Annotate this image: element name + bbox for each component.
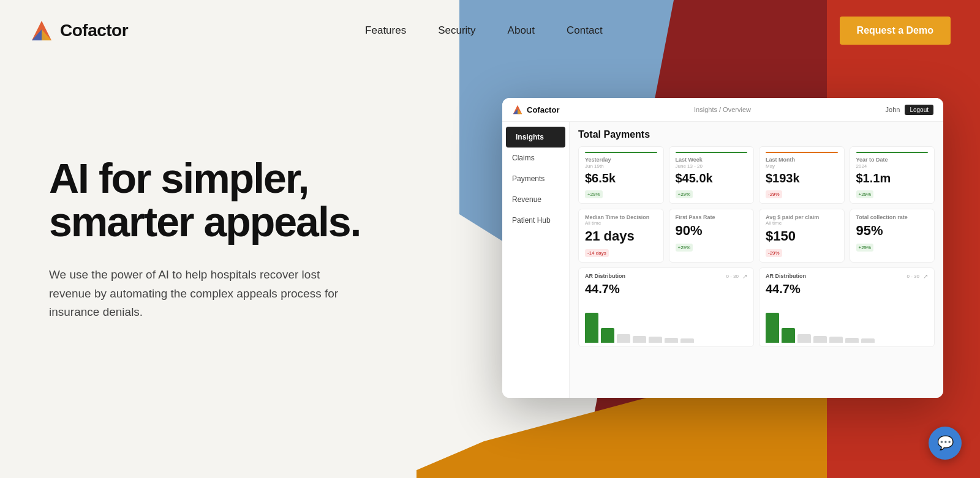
metric-collection-rate: Total collection rate 95% +29% xyxy=(850,209,935,263)
nav-security[interactable]: Security xyxy=(438,24,475,37)
nav-about[interactable]: About xyxy=(508,24,535,37)
sidebar-item-claims[interactable]: Claims xyxy=(502,148,569,168)
logo[interactable]: Cofactor xyxy=(29,18,128,43)
hero-subtext: We use the power of AI to help hospitals… xyxy=(49,266,355,321)
stat-line-green3 xyxy=(856,152,929,153)
bar-9 xyxy=(782,328,795,343)
stat-ytd: Year to Date 2024 $1.1m +29% xyxy=(850,146,935,204)
dash-logo-icon xyxy=(512,104,523,115)
bar-2 xyxy=(601,328,614,343)
logo-icon xyxy=(29,18,54,43)
bar-5 xyxy=(649,337,662,343)
bar-chart-2 xyxy=(766,300,928,343)
chart-top-2: AR Distribution 0 - 30 ↗ xyxy=(766,273,928,280)
bar-chart-1 xyxy=(585,300,747,343)
sidebar-item-payments[interactable]: Payments xyxy=(502,168,569,189)
metric-first-pass-rate: First Pass Rate 90% +29% xyxy=(669,209,755,263)
hero-heading: AI for simpler, smarter appeals. xyxy=(49,157,380,244)
stat-last-month: Last Month May $193k -29% xyxy=(759,146,845,204)
chart-ar-distribution-1: AR Distribution 0 - 30 ↗ 44.7% xyxy=(578,267,754,347)
dash-logout-button[interactable]: Logout xyxy=(905,105,933,115)
sidebar-item-insights[interactable]: Insights xyxy=(506,127,565,148)
stat-line-green xyxy=(585,152,657,153)
bar-12 xyxy=(829,337,843,343)
request-demo-button[interactable]: Request a Demo xyxy=(840,17,951,45)
nav-features[interactable]: Features xyxy=(365,24,406,37)
dash-username: John xyxy=(886,106,900,113)
sidebar-item-patient-hub[interactable]: Patient Hub xyxy=(502,210,569,231)
bar-8 xyxy=(766,313,779,343)
bar-7 xyxy=(680,338,694,343)
stat-line-orange xyxy=(766,152,838,153)
stats-grid: Yesterday Jun 19th $6.5k +29% Last Week … xyxy=(578,146,935,204)
sidebar-item-revenue[interactable]: Revenue xyxy=(502,189,569,210)
dash-header: Cofactor Insights / Overview John Logout xyxy=(502,98,943,122)
nav-links: Features Security About Contact xyxy=(365,24,603,37)
dash-logo: Cofactor xyxy=(512,104,559,115)
chart-ar-distribution-2: AR Distribution 0 - 30 ↗ 44.7% xyxy=(759,267,935,347)
chart-expand-icon-1[interactable]: ↗ xyxy=(742,273,747,280)
nav-contact[interactable]: Contact xyxy=(567,24,603,37)
stat-line-green2 xyxy=(676,152,748,153)
navigation: Cofactor Features Security About Contact… xyxy=(0,0,980,61)
chart-top-1: AR Distribution 0 - 30 ↗ xyxy=(585,273,747,280)
bar-10 xyxy=(797,334,811,343)
metric-time-to-decision: Median Time to Decision All time 21 days… xyxy=(578,209,664,263)
dash-sidebar: Insights Claims Payments Revenue Patient… xyxy=(502,122,570,398)
dash-user: John Logout xyxy=(886,105,933,115)
bar-6 xyxy=(665,338,678,343)
stat-yesterday: Yesterday Jun 19th $6.5k +29% xyxy=(578,146,664,204)
dash-page-title: Total Payments xyxy=(578,129,935,140)
bar-1 xyxy=(585,313,598,343)
bar-3 xyxy=(617,334,630,343)
chat-icon: 💬 xyxy=(937,435,954,451)
stat-last-week: Last Week June 13 - 20 $45.0k +29% xyxy=(669,146,755,204)
dash-main: Total Payments Yesterday Jun 19th $6.5k … xyxy=(570,122,943,398)
metric-avg-paid: Avg $ paid per claim All time $150 -29% xyxy=(759,209,845,263)
logo-text: Cofactor xyxy=(60,21,128,40)
dash-logo-text: Cofactor xyxy=(527,105,559,114)
bar-13 xyxy=(845,338,859,343)
bar-11 xyxy=(813,336,827,343)
dash-body: Insights Claims Payments Revenue Patient… xyxy=(502,122,943,398)
dash-breadcrumb: Insights / Overview xyxy=(694,106,751,113)
dashboard-mockup: Cofactor Insights / Overview John Logout… xyxy=(502,98,943,398)
chat-button[interactable]: 💬 xyxy=(929,427,962,460)
hero-section: AI for simpler, smarter appeals. We use … xyxy=(0,0,417,478)
charts-grid: AR Distribution 0 - 30 ↗ 44.7% xyxy=(578,267,935,347)
chart-expand-icon-2[interactable]: ↗ xyxy=(923,273,928,280)
bar-14 xyxy=(861,338,875,343)
metrics-grid: Median Time to Decision All time 21 days… xyxy=(578,209,935,263)
bar-4 xyxy=(633,336,646,343)
